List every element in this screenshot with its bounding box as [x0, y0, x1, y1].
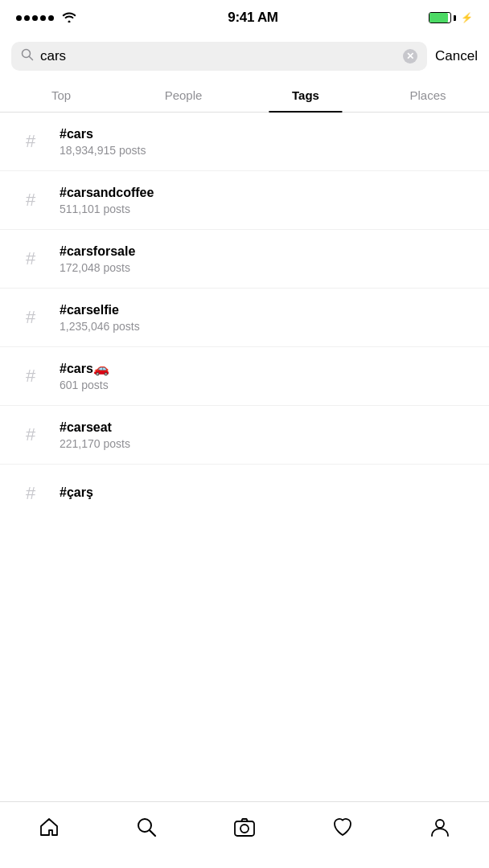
battery-tip: [454, 15, 456, 21]
tag-name: #carseat: [60, 420, 130, 435]
nav-camera[interactable]: [220, 809, 269, 845]
tag-item[interactable]: # #çarş: [0, 465, 489, 522]
svg-point-5: [240, 825, 249, 833]
tag-name: #carsforsale: [60, 244, 135, 259]
svg-point-6: [436, 820, 444, 828]
hash-icon: #: [13, 182, 48, 218]
svg-line-3: [150, 831, 156, 837]
tag-count: 18,934,915 posts: [60, 144, 146, 157]
status-bar: 9:41 AM ⚡: [0, 0, 489, 35]
tag-name: #carsandcoffee: [60, 186, 154, 200]
tag-info: #cars 18,934,915 posts: [60, 127, 146, 157]
tag-item[interactable]: # #cars🚗 601 posts: [0, 347, 489, 406]
search-input[interactable]: cars: [40, 48, 397, 64]
tab-top[interactable]: Top: [0, 77, 122, 112]
tag-info: #carsandcoffee 511,101 posts: [60, 186, 154, 215]
tag-info: #çarş: [60, 485, 93, 502]
tag-count: 221,170 posts: [60, 437, 130, 450]
nav-profile[interactable]: [416, 809, 464, 845]
signal-dot-2: [24, 15, 30, 21]
signal-dot-3: [32, 15, 38, 21]
svg-line-1: [30, 57, 33, 60]
wifi-icon: [61, 10, 77, 27]
status-right: ⚡: [429, 12, 473, 23]
tabs-bar: Top People Tags Places: [0, 77, 489, 113]
hash-icon: #: [13, 417, 48, 452]
tag-count: 1,235,046 posts: [60, 320, 140, 333]
status-time: 9:41 AM: [228, 10, 277, 26]
tag-item[interactable]: # #carsandcoffee 511,101 posts: [0, 171, 489, 230]
battery-fill: [429, 13, 448, 23]
nav-activity[interactable]: [318, 809, 367, 845]
tag-name: #carselfie: [60, 303, 140, 317]
search-input-wrapper[interactable]: cars ✕: [11, 42, 427, 71]
svg-rect-4: [235, 821, 254, 836]
status-left: [16, 10, 77, 27]
hash-icon: #: [13, 476, 48, 511]
tag-info: #carsforsale 172,048 posts: [60, 244, 135, 274]
hash-icon: #: [13, 300, 48, 335]
tag-count: 601 posts: [60, 379, 109, 391]
tag-item[interactable]: # #carselfie 1,235,046 posts: [0, 289, 489, 347]
battery-icon: [429, 12, 456, 23]
tag-info: #carseat 221,170 posts: [60, 420, 130, 450]
tab-places[interactable]: Places: [367, 77, 489, 112]
bottom-nav: [0, 801, 489, 868]
search-bar-container: cars ✕ Cancel: [0, 35, 489, 77]
tab-people[interactable]: People: [122, 77, 244, 112]
hash-icon: #: [13, 241, 48, 276]
tag-info: #carselfie 1,235,046 posts: [60, 303, 140, 333]
signal-dot-1: [16, 15, 22, 21]
hash-icon: #: [13, 358, 48, 394]
signal-dots: [16, 15, 54, 21]
signal-dot-5: [48, 15, 54, 21]
tag-count: 511,101 posts: [60, 203, 154, 215]
tag-name: #çarş: [60, 485, 93, 500]
tag-list: # #cars 18,934,915 posts # #carsandcoffe…: [0, 113, 489, 522]
tag-name: #cars: [60, 127, 146, 141]
tag-info: #cars🚗 601 posts: [60, 361, 109, 391]
tag-item[interactable]: # #cars 18,934,915 posts: [0, 113, 489, 171]
tag-name: #cars🚗: [60, 361, 109, 376]
search-icon: [21, 48, 34, 64]
tag-item[interactable]: # #carsforsale 172,048 posts: [0, 230, 489, 289]
clear-search-button[interactable]: ✕: [403, 49, 417, 63]
nav-home[interactable]: [25, 809, 73, 845]
tab-tags[interactable]: Tags: [244, 77, 367, 112]
svg-point-2: [138, 819, 151, 832]
tag-count: 172,048 posts: [60, 261, 135, 274]
nav-search[interactable]: [122, 809, 171, 845]
hash-icon: #: [13, 124, 48, 159]
signal-dot-4: [40, 15, 46, 21]
charging-bolt-icon: ⚡: [461, 12, 473, 23]
tag-item[interactable]: # #carseat 221,170 posts: [0, 406, 489, 465]
cancel-button[interactable]: Cancel: [435, 48, 478, 64]
